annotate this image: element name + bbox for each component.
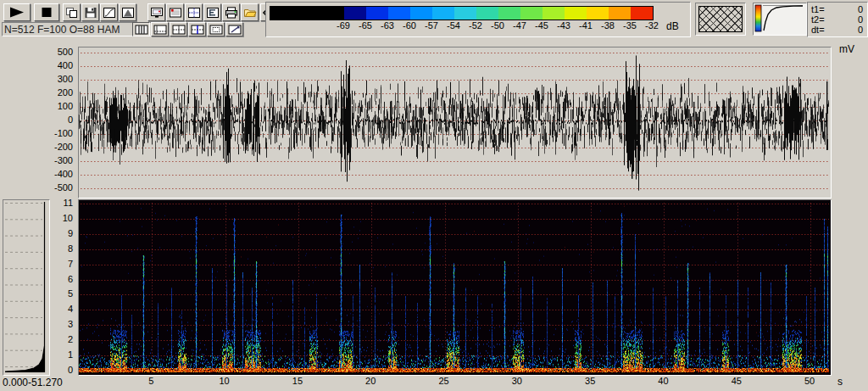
open-file-icon <box>243 7 257 19</box>
colorbar-panel: -69-65-63-60-57-54-52-50-47-45-43-41-38-… <box>265 2 691 37</box>
hatch-pattern-button[interactable] <box>695 3 746 36</box>
save-icon <box>84 7 97 19</box>
mean-spectrum-canvas[interactable] <box>3 200 47 373</box>
view-spectrogram-button[interactable] <box>151 22 169 36</box>
view-split-cursor-icon <box>191 25 204 35</box>
amplitude-mapping-curve-icon <box>754 3 804 33</box>
display-icon <box>150 7 164 19</box>
colorbar-tick-label: -32 <box>640 20 664 31</box>
spec-y-tick-label: 2 <box>49 334 73 345</box>
print-button[interactable] <box>222 3 240 21</box>
colorbar-tick-label: -35 <box>618 20 642 31</box>
time-range-label: 0.000-51.270 <box>3 377 63 388</box>
colorbar-segment <box>366 7 388 20</box>
dt-value: 0 <box>858 25 863 35</box>
spec-y-tick-label: 3 <box>49 319 73 330</box>
colorbar-segment <box>520 7 542 20</box>
grid-display-button[interactable] <box>185 3 203 21</box>
spec-y-tick-label: 5 <box>49 288 73 299</box>
colorbar-tick-label: -41 <box>574 20 598 31</box>
colorbar-segment <box>432 7 454 20</box>
edit-annotate-button[interactable] <box>225 22 243 36</box>
spec-x-tick-label: 40 <box>650 376 676 387</box>
colorbar-segment <box>609 7 631 20</box>
stop-icon <box>40 7 53 18</box>
spec-x-tick-label: 5 <box>138 376 164 387</box>
spec-y-tick-label: 11 <box>49 198 73 209</box>
spec-x-tick-label: 20 <box>358 376 383 387</box>
t1-label: t1= <box>811 4 825 14</box>
spec-x-tick-label: 35 <box>577 376 603 387</box>
colorbar-tick-label: -50 <box>486 20 509 31</box>
colorbar-segment <box>344 7 366 20</box>
play-button[interactable] <box>3 3 31 21</box>
colorbar-segment <box>565 7 587 20</box>
view-zoom-button[interactable] <box>207 22 225 36</box>
oscillogram-canvas[interactable] <box>79 47 829 196</box>
osc-unit-label: mV <box>839 43 854 55</box>
colorbar-tick-label: -43 <box>552 20 576 31</box>
colorbar-tick-label: -45 <box>530 20 554 31</box>
copy-icon <box>65 7 79 19</box>
colorbar-tick-label: -69 <box>331 20 355 31</box>
colorbar-segment <box>454 7 476 20</box>
sonagram-settings-button[interactable] <box>166 3 184 21</box>
colorbar-segment <box>388 7 410 20</box>
osc-y-tick-label: 500 <box>37 47 73 58</box>
spec-y-tick-label: 7 <box>49 259 73 270</box>
osc-y-tick-label: 0 <box>37 115 73 126</box>
spec-x-tick-label: 45 <box>724 376 749 387</box>
view-spectrogram-icon <box>153 25 167 35</box>
triangle-window-button[interactable] <box>119 3 136 21</box>
colorbar-segment <box>587 7 609 20</box>
dt-label: dt= <box>811 25 825 35</box>
spectrogram-panel <box>78 199 832 376</box>
colorbar-tick-label: -52 <box>464 20 487 31</box>
view-oscillogram-button[interactable] <box>132 22 150 36</box>
colorbar-segment <box>498 7 520 20</box>
osc-y-tick-label: -200 <box>37 142 73 153</box>
save-button[interactable] <box>81 3 99 21</box>
view-split-cursor-button[interactable] <box>188 22 206 36</box>
view-split-icon <box>172 25 186 35</box>
display-button[interactable] <box>147 3 165 21</box>
open-file-button[interactable] <box>241 3 259 21</box>
spec-y-tick-label: 6 <box>49 274 73 285</box>
grid-display-icon <box>187 7 201 19</box>
print-icon <box>225 7 238 19</box>
spec-x-tick-label: 50 <box>797 376 822 387</box>
colorbar-tick-label: -38 <box>596 20 620 31</box>
osc-y-tick-label: -100 <box>37 128 73 139</box>
edit-annotate-icon <box>228 25 242 35</box>
osc-y-tick-label: 100 <box>37 101 73 112</box>
app-window: { "toolbar": { "status_text": "N=512 F=1… <box>0 0 868 391</box>
view-split-button[interactable] <box>170 22 187 36</box>
hatch-pattern-icon <box>698 6 743 32</box>
spec-y-tick-label: 1 <box>49 349 73 360</box>
colorbar-gradient <box>270 6 654 20</box>
dt-row: dt= 0 <box>811 25 863 35</box>
osc-y-tick-label: 200 <box>37 87 73 98</box>
function-curve-button[interactable] <box>100 3 118 21</box>
copy-button[interactable] <box>63 3 81 21</box>
stop-button[interactable] <box>34 3 59 21</box>
colorbar-segment <box>270 7 344 20</box>
t1-value: 0 <box>858 4 863 14</box>
spectrogram-canvas[interactable] <box>79 200 829 373</box>
amplitude-mapping-button[interactable] <box>753 3 807 36</box>
colorbar-segment <box>476 7 498 20</box>
spec-x-tick-label: 30 <box>504 376 530 387</box>
fft-params-button[interactable] <box>203 3 221 21</box>
view-oscillogram-icon <box>135 25 148 35</box>
play-icon <box>8 7 25 18</box>
cursor-readout-panel: t1= 0 t2= 0 dt= 0 <box>807 2 868 37</box>
colorbar-segment <box>410 7 432 20</box>
function-curve-icon <box>103 7 116 19</box>
colorbar-tick-label: -60 <box>398 20 421 31</box>
osc-y-tick-label: 400 <box>37 60 73 71</box>
spec-y-tick-label: 8 <box>49 243 73 254</box>
triangle-window-icon <box>121 7 135 19</box>
spec-x-unit-label: s <box>837 376 843 388</box>
t2-label: t2= <box>811 14 825 25</box>
t2-row: t2= 0 <box>811 14 863 25</box>
